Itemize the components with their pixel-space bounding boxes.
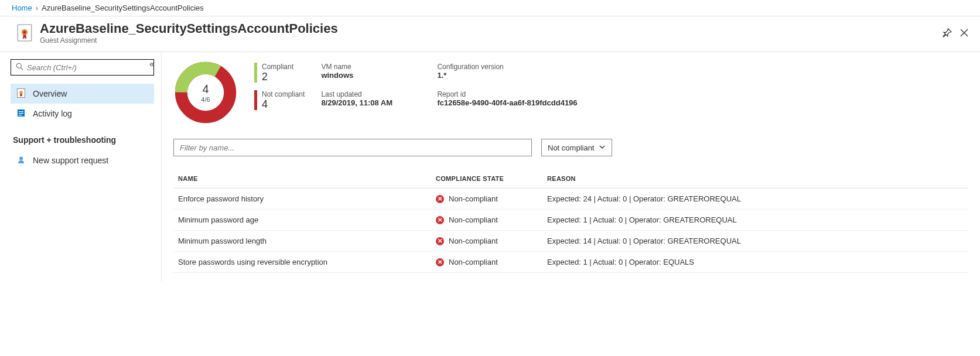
- breadcrumb: Home › AzureBaseline_SecuritySettingsAcc…: [0, 0, 980, 16]
- content-area: 4 4/6 Compliant 2 Not compliant 4: [161, 52, 980, 281]
- config-version-label: Configuration version: [437, 63, 613, 71]
- stat-noncompliant: Not compliant 4: [254, 90, 305, 111]
- cell-state: ✕Non-compliant: [431, 210, 542, 231]
- stat-noncompliant-value: 4: [262, 98, 305, 111]
- support-icon: [16, 156, 26, 166]
- cell-name: Minimum password age: [173, 210, 431, 231]
- stat-compliant: Compliant 2: [254, 63, 305, 83]
- stat-noncompliant-label: Not compliant: [262, 90, 305, 98]
- sidebar-search[interactable]: [11, 59, 154, 76]
- report-id-value: fc12658e-9490-40f4-aa6f-819fdcdd4196: [437, 98, 613, 107]
- donut-center-value: 4: [202, 83, 209, 96]
- table-row[interactable]: Store passwords using reversible encrypt…: [173, 252, 968, 273]
- certificate-small-icon: [16, 88, 26, 100]
- search-icon: [16, 63, 23, 72]
- collapse-sidebar-icon[interactable]: «: [149, 59, 154, 69]
- table-header-reason[interactable]: REASON: [542, 169, 968, 189]
- vm-name-label: VM name: [321, 63, 421, 71]
- cell-name: Minimum password length: [173, 231, 431, 252]
- cell-state: ✕Non-compliant: [431, 252, 542, 273]
- svg-rect-9: [19, 113, 23, 114]
- breadcrumb-home[interactable]: Home: [12, 4, 32, 12]
- cell-reason: Expected: 1 | Actual: 0 | Operator: EQUA…: [542, 252, 968, 273]
- table-row[interactable]: Minimum password length✕Non-compliantExp…: [173, 231, 968, 252]
- sidebar-item-overview[interactable]: Overview: [11, 84, 154, 104]
- last-updated-label: Last updated: [321, 90, 421, 98]
- svg-point-2: [23, 30, 26, 33]
- filter-by-name-input[interactable]: [173, 139, 532, 156]
- svg-point-11: [19, 156, 23, 160]
- table-header-state[interactable]: COMPLIANCE STATE: [431, 169, 542, 189]
- cell-name: Enforce password history: [173, 189, 431, 210]
- sidebar: « Overview Activity log Support + troubl…: [0, 52, 161, 281]
- sidebar-section-title: Support + troubleshooting: [13, 135, 154, 145]
- cell-name: Store passwords using reversible encrypt…: [173, 252, 431, 273]
- page-subtitle: Guest Assignment: [40, 36, 943, 44]
- table-row[interactable]: Enforce password history✕Non-compliantEx…: [173, 189, 968, 210]
- sidebar-item-activity-log[interactable]: Activity log: [11, 104, 154, 124]
- compliance-table: NAME COMPLIANCE STATE REASON Enforce pas…: [173, 169, 968, 273]
- svg-rect-8: [19, 111, 23, 112]
- log-icon: [16, 109, 26, 119]
- cell-state: ✕Non-compliant: [431, 189, 542, 210]
- sidebar-item-label: New support request: [33, 156, 108, 165]
- cell-reason: Expected: 14 | Actual: 0 | Operator: GRE…: [542, 231, 968, 252]
- error-icon: ✕: [436, 258, 444, 266]
- sidebar-item-label: Activity log: [33, 109, 72, 118]
- cell-reason: Expected: 1 | Actual: 0 | Operator: GREA…: [542, 210, 968, 231]
- chevron-down-icon: [599, 143, 606, 152]
- svg-line-4: [21, 68, 23, 70]
- error-icon: ✕: [436, 195, 444, 203]
- stat-compliant-label: Compliant: [262, 63, 293, 71]
- vm-name-value: windows: [321, 71, 421, 80]
- table-header-name[interactable]: NAME: [173, 169, 431, 189]
- config-version-value: 1.*: [437, 71, 613, 80]
- error-icon: ✕: [436, 237, 444, 245]
- stat-bar-noncompliant-icon: [254, 90, 257, 110]
- cell-reason: Expected: 24 | Actual: 0 | Operator: GRE…: [542, 189, 968, 210]
- svg-rect-10: [19, 115, 22, 115]
- breadcrumb-current: AzureBaseline_SecuritySettingsAccountPol…: [42, 4, 204, 12]
- compliance-donut-chart: 4 4/6: [173, 60, 238, 125]
- table-row[interactable]: Minimum password age✕Non-compliantExpect…: [173, 210, 968, 231]
- last-updated-value: 8/29/2019, 11:08 AM: [321, 98, 421, 107]
- chevron-right-icon: ›: [36, 4, 38, 12]
- stat-compliant-value: 2: [262, 71, 293, 83]
- svg-point-3: [16, 63, 21, 68]
- compliance-filter-value: Not compliant: [548, 143, 594, 152]
- page-header: AzureBaseline_SecuritySettingsAccountPol…: [0, 16, 980, 52]
- close-icon[interactable]: [960, 29, 968, 37]
- stat-bar-compliant-icon: [254, 63, 257, 83]
- sidebar-search-input[interactable]: [27, 63, 149, 72]
- page-title: AzureBaseline_SecuritySettingsAccountPol…: [40, 21, 943, 36]
- donut-center-fraction: 4/6: [201, 96, 210, 103]
- error-icon: ✕: [436, 216, 444, 224]
- sidebar-item-new-support-request[interactable]: New support request: [11, 150, 154, 170]
- compliance-filter-dropdown[interactable]: Not compliant: [541, 139, 612, 156]
- sidebar-item-label: Overview: [33, 89, 67, 98]
- cell-state: ✕Non-compliant: [431, 231, 542, 252]
- pin-icon[interactable]: [943, 28, 952, 37]
- report-id-label: Report id: [437, 90, 613, 98]
- certificate-icon: [16, 24, 33, 42]
